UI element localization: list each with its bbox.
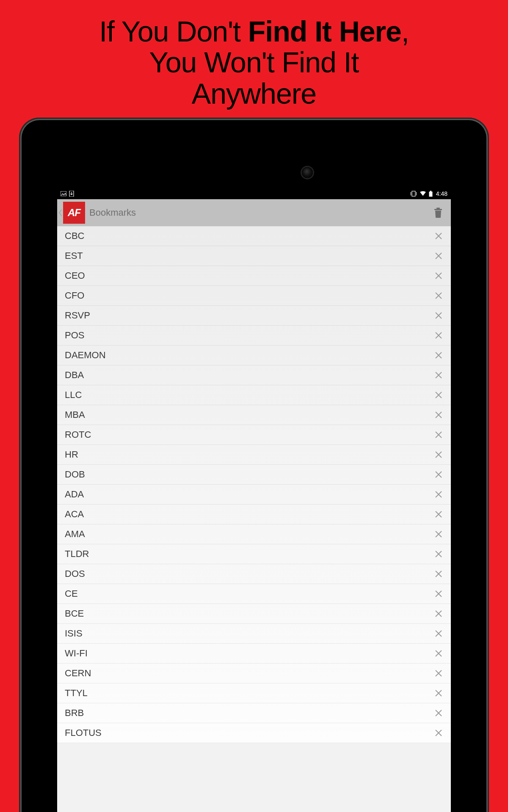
svg-rect-8: [434, 209, 442, 210]
list-item[interactable]: DAEMON: [57, 346, 451, 365]
list-item[interactable]: BRB: [57, 703, 451, 723]
list-item-label: TTYL: [65, 688, 88, 699]
list-item[interactable]: TLDR: [57, 544, 451, 564]
list-item-label: LLC: [65, 390, 82, 401]
svg-rect-6: [429, 192, 432, 197]
close-icon[interactable]: [433, 529, 444, 540]
trash-icon: [434, 208, 442, 218]
download-icon: [69, 191, 74, 197]
close-icon[interactable]: [433, 350, 444, 361]
tablet-screen: 4:48 AF Bookmarks CBCESTCEOCFORSVPPOSDAE…: [57, 188, 451, 812]
list-item[interactable]: CEO: [57, 266, 451, 286]
list-item-label: BRB: [65, 708, 84, 719]
list-item-label: CFO: [65, 290, 84, 301]
list-item[interactable]: RSVP: [57, 306, 451, 326]
close-icon[interactable]: [433, 628, 444, 639]
list-item-label: DBA: [65, 370, 84, 381]
list-item[interactable]: TTYL: [57, 683, 451, 703]
wifi-icon: [420, 191, 426, 196]
list-item[interactable]: MBA: [57, 405, 451, 425]
close-icon[interactable]: [433, 469, 444, 480]
battery-icon: [429, 191, 433, 197]
close-icon[interactable]: [433, 270, 444, 281]
close-icon[interactable]: [433, 608, 444, 619]
list-item-label: ACA: [65, 509, 84, 520]
list-item[interactable]: ISIS: [57, 624, 451, 644]
close-icon[interactable]: [433, 330, 444, 341]
list-item[interactable]: DBA: [57, 365, 451, 385]
promo-headline: If You Don't Find It Here, You Won't Fin…: [0, 0, 508, 109]
vibrate-icon: [410, 191, 417, 197]
list-item-label: DOB: [65, 469, 85, 480]
list-item[interactable]: CERN: [57, 664, 451, 683]
page-title: Bookmarks: [85, 207, 431, 218]
list-item[interactable]: POS: [57, 326, 451, 346]
headline-line2: You Won't Find It: [149, 46, 359, 78]
close-icon[interactable]: [433, 409, 444, 420]
close-icon[interactable]: [433, 370, 444, 381]
status-time: 4:48: [436, 190, 447, 197]
close-icon[interactable]: [433, 449, 444, 460]
close-icon[interactable]: [433, 390, 444, 401]
headline-line3: Anywhere: [192, 77, 316, 110]
close-icon[interactable]: [433, 230, 444, 241]
list-item[interactable]: EST: [57, 246, 451, 266]
headline-line1-prefix: If You Don't: [99, 15, 248, 47]
app-header: AF Bookmarks: [57, 199, 451, 226]
back-button[interactable]: [57, 209, 63, 217]
list-item[interactable]: HR: [57, 445, 451, 465]
list-item[interactable]: CBC: [57, 226, 451, 246]
list-item[interactable]: DOB: [57, 465, 451, 485]
close-icon[interactable]: [433, 568, 444, 579]
list-item[interactable]: ACA: [57, 505, 451, 524]
close-icon[interactable]: [433, 250, 444, 261]
list-item[interactable]: DOS: [57, 564, 451, 584]
list-item-label: FLOTUS: [65, 727, 102, 738]
list-item-label: TLDR: [65, 549, 89, 560]
list-item-label: CERN: [65, 668, 91, 679]
app-logo[interactable]: AF: [63, 202, 85, 224]
list-item[interactable]: CE: [57, 584, 451, 604]
list-item[interactable]: CFO: [57, 286, 451, 306]
svg-rect-2: [412, 191, 415, 196]
list-item-label: ROTC: [65, 429, 91, 440]
status-right: 4:48: [410, 190, 447, 197]
list-item-label: AMA: [65, 529, 85, 540]
list-item[interactable]: ADA: [57, 485, 451, 505]
close-icon[interactable]: [433, 429, 444, 440]
list-item-label: EST: [65, 250, 83, 261]
app-logo-text: AF: [68, 207, 80, 219]
svg-rect-5: [430, 191, 431, 192]
list-item-label: BCE: [65, 608, 84, 619]
close-icon[interactable]: [433, 549, 444, 560]
close-icon[interactable]: [433, 708, 444, 719]
close-icon[interactable]: [433, 668, 444, 679]
list-item-label: CE: [65, 588, 78, 599]
status-bar: 4:48: [57, 188, 451, 199]
tablet-camera: [302, 167, 313, 178]
list-item[interactable]: WI-FI: [57, 644, 451, 664]
svg-rect-7: [436, 208, 440, 209]
close-icon[interactable]: [433, 310, 444, 321]
list-item[interactable]: BCE: [57, 604, 451, 624]
close-icon[interactable]: [433, 509, 444, 520]
bookmark-list[interactable]: CBCESTCEOCFORSVPPOSDAEMONDBALLCMBAROTCHR…: [57, 226, 451, 743]
close-icon[interactable]: [433, 588, 444, 599]
close-icon[interactable]: [433, 688, 444, 699]
close-icon[interactable]: [433, 727, 444, 738]
headline-line1-bold: Find It Here: [248, 15, 401, 47]
tablet-frame: 4:48 AF Bookmarks CBCESTCEOCFORSVPPOSDAE…: [19, 118, 489, 812]
list-item[interactable]: AMA: [57, 524, 451, 544]
list-item-label: RSVP: [65, 310, 90, 321]
list-item[interactable]: ROTC: [57, 425, 451, 445]
list-item-label: CBC: [65, 230, 84, 241]
list-item-label: ADA: [65, 489, 84, 500]
list-item-label: DOS: [65, 568, 85, 579]
close-icon[interactable]: [433, 648, 444, 659]
list-item[interactable]: FLOTUS: [57, 723, 451, 743]
close-icon[interactable]: [433, 489, 444, 500]
delete-all-button[interactable]: [431, 205, 445, 220]
list-item[interactable]: LLC: [57, 385, 451, 405]
list-item-label: CEO: [65, 270, 85, 281]
close-icon[interactable]: [433, 290, 444, 301]
